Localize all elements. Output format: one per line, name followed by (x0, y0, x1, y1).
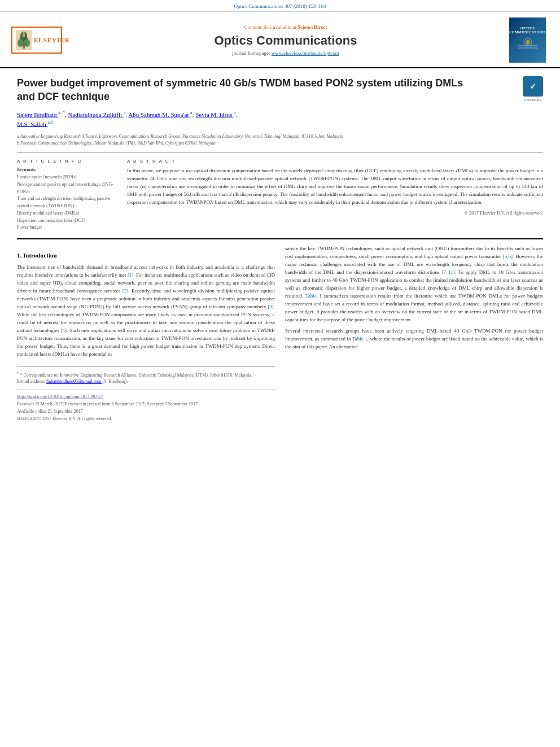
page: Optics Communications 407 (2018) 153–164 (0, 0, 560, 747)
author-zulkifli-link[interactable]: Nadiatulhuda Zulkifli (68, 111, 123, 117)
svg-point-10 (526, 40, 530, 45)
svg-point-5 (23, 32, 25, 34)
sciencedirect-prefix: Contents lists available at (244, 24, 296, 30)
doi-available-text: Available online 21 September 2017 (17, 409, 83, 414)
doi-url: http://dx.doi.org/10.1016/j.optcom.2017.… (17, 394, 275, 401)
author-supaat: Abu Sahmah M. Supa'at (128, 111, 189, 117)
keyword-1: Passive optical networks (PONs) (17, 174, 116, 181)
journal-header-center: Contents lists available at ScienceDirec… (62, 24, 509, 56)
footnote-correspondence: * * Correspondence to: Innovative Engine… (17, 370, 275, 379)
ref-2: [2] (123, 288, 129, 294)
journal-title: Optics Communications (73, 33, 498, 48)
author-sup-a: a, * (58, 110, 65, 115)
doi-available: Available online 21 September 2017 (17, 408, 275, 416)
elsevier-logo: ELSEVIER (11, 27, 62, 54)
divider-1 (17, 152, 543, 153)
affiliations: a Innovative Engineering Research Allian… (17, 133, 543, 147)
author-sup-ab: a,b (47, 120, 53, 125)
journal-citation-link[interactable]: Optics Communications 407 (2018) 153–164 (234, 3, 326, 9)
author-zulkifli: Nadiatulhuda Zulkifli (68, 111, 122, 117)
author-salleh: M.S. Salleh (17, 120, 46, 127)
affiliation-b: b Photonic Communication Technologies, T… (17, 141, 216, 146)
abstract-text: In this paper, we propose to use optical… (127, 167, 543, 207)
elsevier-tree-icon (16, 30, 32, 50)
keyword-3: Time and wavelength division multiplexin… (17, 195, 116, 210)
section1-para2: satisfy the key TWDM-PON technologies, s… (285, 245, 543, 324)
keyword-2: Next-generation passive optical network … (17, 181, 116, 196)
divider-2 (17, 238, 543, 239)
footnote-email-address: Salembindhaiq05@gmail.com (46, 379, 101, 384)
footnote-correspondence-text: * Correspondence to: Innovative Engineer… (20, 372, 252, 377)
table1-ref[interactable]: Table 1 (305, 293, 321, 299)
doi-issn-text: 0030-4018/© 2017 Elsevier B.V. All right… (17, 416, 112, 421)
author-sup-a2: a (124, 110, 126, 115)
crossmark-icon[interactable]: ✓ (523, 76, 543, 97)
journal-url: journal homepage: www.elsevier.com/locat… (73, 50, 498, 56)
svg-text:✓: ✓ (530, 82, 536, 91)
author-idrus: Sevia M. Idrus (195, 111, 232, 117)
section1-para1: The incessant rise of bandwidth demand i… (17, 264, 275, 358)
doi-received-text: Received 15 March 2017; Received in revi… (17, 401, 198, 407)
author-sup-a3: a (190, 110, 193, 115)
author-idrus-link[interactable]: Sevia M. Idrus (195, 111, 234, 117)
keywords-label: Keywords: (17, 167, 116, 172)
elsevier-logo-box: ELSEVIER (11, 27, 62, 54)
copyright: © 2017 Elsevier B.V. All rights reserved… (127, 210, 543, 216)
authors-text: Salem Bindhaiq (17, 111, 57, 117)
journal-citation: Optics Communications 407 (2018) 153–164 (234, 3, 326, 9)
table1-ref-2: Table 1 (352, 336, 368, 342)
keyword-5: Dispersion compensation fiber (DCF) (17, 217, 116, 225)
journal-header: ELSEVIER Contents lists available at Sci… (0, 12, 560, 68)
keyword-6: Power budget (17, 224, 116, 231)
cover-graphic (517, 37, 539, 54)
cover-title-line1: OPTICS (520, 27, 535, 30)
journal-cover: OPTICS COMMUNICATIONS (509, 18, 549, 63)
author-link[interactable]: Salem Bindhaiq (17, 111, 58, 117)
cover-title-line2: COMMUNICATIONS (509, 30, 546, 34)
footnote-email-label: E-mail address: (17, 379, 45, 384)
cover-image: OPTICS COMMUNICATIONS (509, 18, 546, 63)
ref-4: [4] (61, 327, 67, 333)
section1-heading: 1. Introduction (17, 251, 275, 260)
doi-link[interactable]: http://dx.doi.org/10.1016/j.optcom.2017.… (17, 394, 103, 399)
body-left-column: 1. Introduction The incessant rise of ba… (17, 245, 275, 422)
journal-bar: Optics Communications 407 (2018) 153–164 (0, 0, 560, 12)
affiliation-a: a Innovative Engineering Research Allian… (17, 134, 343, 139)
journal-url-text: www.elsevier.com/locate/optcom (272, 50, 339, 56)
crossmark-svg: ✓ (526, 79, 540, 94)
sciencedirect-link[interactable]: ScienceDirect (298, 24, 327, 30)
ref-56: [5,6] (503, 254, 513, 259)
doi-issn: 0030-4018/© 2017 Elsevier B.V. All right… (17, 416, 275, 423)
footnote-email: E-mail address: Salembindhaiq05@gmail.co… (17, 378, 275, 385)
section1-title: Introduction (23, 252, 57, 259)
doi-url-text: http://dx.doi.org/10.1016/j.optcom.2017.… (17, 394, 103, 399)
ref-711: [7–11] (441, 269, 455, 275)
doi-section: http://dx.doi.org/10.1016/j.optcom.2017.… (17, 390, 275, 422)
elsevier-figure (16, 30, 32, 50)
journal-url-link[interactable]: www.elsevier.com/locate/optcom (272, 50, 339, 56)
article-title: Power budget improvement of symmetric 40… (17, 76, 469, 104)
svg-rect-8 (518, 47, 538, 49)
footnote-email-link[interactable]: Salembindhaiq05@gmail.com (46, 379, 102, 384)
section1-number: 1. (17, 252, 21, 259)
section1-para3: Several interested research groups have … (285, 327, 543, 351)
keyword-4: Directly modulated lasers (DMLs) (17, 210, 116, 217)
doi-received: Received 15 March 2017; Received in revi… (17, 401, 275, 408)
body-right-column: satisfy the key TWDM-PON technologies, s… (285, 245, 543, 422)
author-sup-a4: a (234, 110, 236, 115)
crossmark-label: CrossMark (523, 98, 543, 102)
article-content: ✓ CrossMark Power budget improvement of … (0, 68, 560, 434)
sciencedirect-label: Contents lists available at ScienceDirec… (73, 24, 498, 30)
authors: Salem Bindhaiq a, *, Nadiatulhuda Zulkif… (17, 110, 543, 129)
author-supaat-link[interactable]: Abu Sahmah M. Supa'at (128, 111, 190, 117)
footnote-email-author: (S. Bindhaiq). (102, 379, 128, 384)
abstract-column: A B S T R A C T In this paper, we propos… (127, 159, 543, 231)
ref-3: [3] (268, 304, 274, 309)
crossmark-container: ✓ CrossMark (523, 76, 543, 102)
body-two-column: 1. Introduction The incessant rise of ba… (17, 245, 543, 422)
svg-rect-6 (23, 34, 25, 37)
author-salleh-link[interactable]: M.S. Salleh (17, 120, 47, 127)
journal-url-label: journal homepage: (232, 50, 270, 56)
abstract-heading: A B S T R A C T (127, 159, 543, 164)
article-info-heading: A R T I C L E I N F O (17, 159, 116, 164)
